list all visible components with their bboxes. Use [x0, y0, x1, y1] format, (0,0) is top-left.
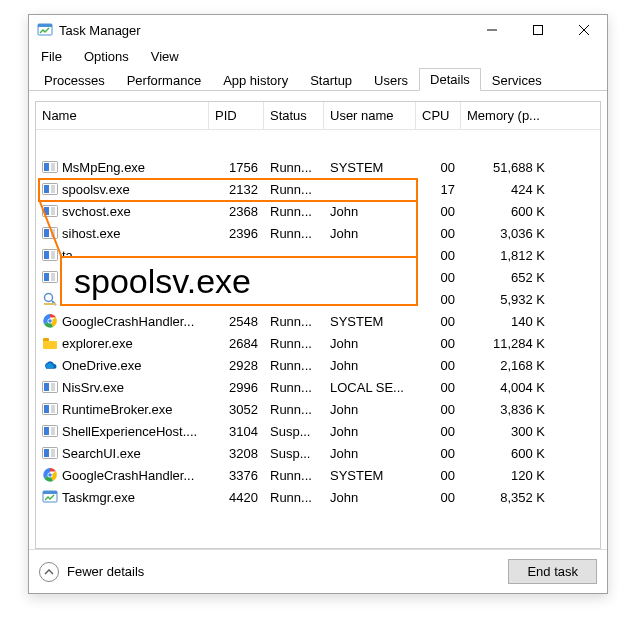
svg-rect-31 — [44, 251, 49, 259]
process-cpu: 00 — [416, 270, 461, 285]
table-row[interactable]: sihost.exe2396Runn...John003,036 K — [36, 222, 600, 244]
svg-rect-62 — [44, 427, 49, 435]
svg-point-47 — [48, 319, 52, 323]
process-pid: 3052 — [209, 402, 264, 417]
process-status: Runn... — [264, 314, 324, 329]
col-memory[interactable]: Memory (p... — [461, 102, 551, 129]
tab-app-history[interactable]: App history — [212, 69, 299, 91]
menu-file[interactable]: File — [37, 47, 66, 66]
process-cpu: 00 — [416, 446, 461, 461]
process-memory: 3,836 K — [461, 402, 551, 417]
maximize-button[interactable] — [515, 15, 561, 45]
tab-users[interactable]: Users — [363, 69, 419, 91]
process-name: ta — [62, 248, 73, 263]
process-memory: 140 K — [461, 314, 551, 329]
process-cpu: 00 — [416, 336, 461, 351]
fewer-details-button[interactable]: Fewer details — [39, 562, 144, 582]
process-status: Runn... — [264, 226, 324, 241]
process-cpu: 00 — [416, 358, 461, 373]
process-icon — [42, 467, 58, 483]
process-name: sihost.exe — [62, 226, 121, 241]
process-name: GoogleCrashHandler... — [62, 468, 194, 483]
process-memory: 5,932 K — [461, 292, 551, 307]
table-row[interactable]: NisSrv.exe2996Runn...LOCAL SE...004,004 … — [36, 376, 600, 398]
process-icon — [42, 313, 58, 329]
table-row[interactable]: SearchUI.exe3208Susp...John00600 K — [36, 442, 600, 464]
table-row[interactable]: ta001,812 K — [36, 244, 600, 266]
process-name: SearchUI.exe — [62, 446, 141, 461]
process-pid: 3104 — [209, 424, 264, 439]
tab-details[interactable]: Details — [419, 68, 481, 91]
process-icon — [42, 181, 58, 197]
menubar: File Options View — [29, 45, 607, 67]
col-pid[interactable]: PID — [209, 102, 264, 129]
process-memory: 300 K — [461, 424, 551, 439]
col-status[interactable]: Status — [264, 102, 324, 129]
table-row[interactable]: Taskmgr.exe4420Runn...John008,352 K — [36, 486, 600, 508]
app-icon — [37, 22, 53, 38]
tab-services[interactable]: Services — [481, 69, 553, 91]
menu-view[interactable]: View — [147, 47, 183, 66]
svg-rect-37 — [44, 273, 49, 281]
process-name: RuntimeBroker.exe — [62, 402, 173, 417]
process-status: Runn... — [264, 292, 324, 307]
svg-rect-44 — [44, 303, 56, 305]
process-memory: 600 K — [461, 446, 551, 461]
table-row[interactable]: svchost.exe2368Runn...John00600 K — [36, 200, 600, 222]
process-user: LOCAL SE... — [324, 380, 416, 395]
table-row[interactable]: explorer.exe2684Runn...John0011,284 K — [36, 332, 600, 354]
fewer-details-label: Fewer details — [67, 564, 144, 579]
col-name[interactable]: Name — [36, 102, 209, 129]
end-task-button[interactable]: End task — [508, 559, 597, 584]
process-pid: 1756 — [209, 160, 264, 175]
process-pid: 2684 — [209, 336, 264, 351]
table-row[interactable]: SearchIndexer.exe2436Runn...SYSTEM005,93… — [36, 288, 600, 310]
col-user[interactable]: User name — [324, 102, 416, 129]
table-row[interactable]: spoolsv.exe2132Runn...17424 K — [36, 178, 600, 200]
menu-options[interactable]: Options — [80, 47, 133, 66]
table-row[interactable]: MsMpEng.exe1756Runn...SYSTEM0051,688 K — [36, 156, 600, 178]
process-status: Runn... — [264, 182, 324, 197]
process-cpu: 17 — [416, 182, 461, 197]
process-rows[interactable]: MsMpEng.exe1756Runn...SYSTEM0051,688 Ksp… — [36, 130, 600, 548]
process-cpu: 00 — [416, 160, 461, 175]
tab-processes[interactable]: Processes — [33, 69, 116, 91]
process-user: John — [324, 358, 416, 373]
process-icon — [42, 159, 58, 175]
svg-rect-68 — [44, 449, 49, 457]
process-user: SYSTEM — [324, 468, 416, 483]
process-pid: 2368 — [209, 204, 264, 219]
table-row[interactable]: GoogleCrashHandler...2548Runn...SYSTEM00… — [36, 310, 600, 332]
table-row[interactable]: GoogleCrashHandler...3376Runn...SYSTEM00… — [36, 464, 600, 486]
process-memory: 11,284 K — [461, 336, 551, 351]
process-icon — [42, 247, 58, 263]
table-row[interactable]: ShellExperienceHost....3104Susp...John00… — [36, 420, 600, 442]
process-user: John — [324, 336, 416, 351]
process-memory: 3,036 K — [461, 226, 551, 241]
table-row[interactable]: OneDrive.exe2928Runn...John002,168 K — [36, 354, 600, 376]
content-area: Name PID Status User name CPU Memory (p.… — [29, 91, 607, 549]
process-cpu: 00 — [416, 292, 461, 307]
tab-performance[interactable]: Performance — [116, 69, 212, 91]
process-memory: 4,004 K — [461, 380, 551, 395]
close-button[interactable] — [561, 15, 607, 45]
process-icon — [42, 489, 58, 505]
col-cpu[interactable]: CPU — [416, 102, 461, 129]
process-name: explorer.exe — [62, 336, 133, 351]
process-pid: 3376 — [209, 468, 264, 483]
process-cpu: 00 — [416, 204, 461, 219]
process-pid: 2928 — [209, 358, 264, 373]
process-user: John — [324, 226, 416, 241]
process-icon — [42, 445, 58, 461]
table-row[interactable]: D00652 K — [36, 266, 600, 288]
minimize-button[interactable] — [469, 15, 515, 45]
process-memory: 424 K — [461, 182, 551, 197]
process-cpu: 00 — [416, 380, 461, 395]
table-row[interactable]: RuntimeBroker.exe3052Runn...John003,836 … — [36, 398, 600, 420]
process-user: John — [324, 402, 416, 417]
svg-rect-25 — [44, 229, 49, 237]
tab-startup[interactable]: Startup — [299, 69, 363, 91]
svg-rect-1 — [38, 24, 52, 27]
process-icon — [42, 269, 58, 285]
process-memory: 8,352 K — [461, 490, 551, 505]
